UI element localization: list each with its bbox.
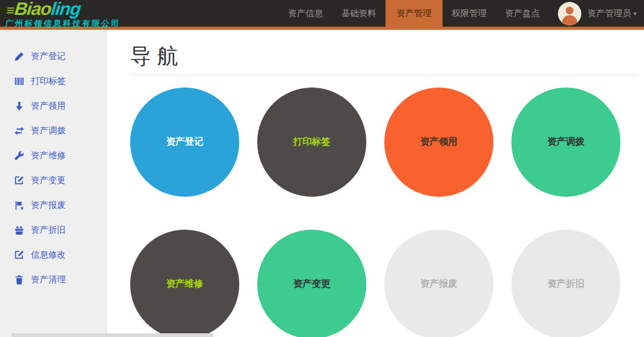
sidebar-item-label: 资产维修 xyxy=(31,150,66,161)
title-divider xyxy=(130,74,638,75)
brand-logo[interactable]: ≡Biaoling 广州标领信息科技有限公司 xyxy=(5,0,123,27)
edit-square-icon xyxy=(14,176,24,186)
nav-circle-asset-repair[interactable]: 资产维修 xyxy=(130,230,239,337)
nav-circle-label: 资产折旧 xyxy=(547,278,584,290)
nav-tab-asset-management[interactable]: 资产管理 xyxy=(386,0,443,30)
nav-circle-label: 资产调拨 xyxy=(547,136,584,148)
nav-tab-permission-management[interactable]: 权限管理 xyxy=(443,0,496,27)
user-menu[interactable]: 资产管理员 ▾ xyxy=(558,2,637,25)
sidebar-item-label: 资产清理 xyxy=(31,274,66,285)
user-avatar xyxy=(558,2,581,25)
gift-icon xyxy=(14,225,24,236)
flag-x-icon xyxy=(14,200,24,211)
nav-circle-print-label[interactable]: 打印标签 xyxy=(257,88,366,197)
pencil-icon xyxy=(14,52,24,62)
sidebar-item-label: 信息修改 xyxy=(31,249,66,261)
nav-circle-label: 资产报废 xyxy=(420,278,457,290)
nav-circle-asset-change[interactable]: 资产变更 xyxy=(257,230,366,337)
nav-circle-grid: 资产登记 打印标签 资产领用 资产调拨 资产维修 资产变更 资产报废 资产折旧 xyxy=(130,88,638,337)
nav-circle-asset-transfer[interactable]: 资产调拨 xyxy=(511,88,620,197)
trash-icon xyxy=(14,275,24,285)
sidebar-item-label: 资产领用 xyxy=(31,101,66,112)
nav-circle-asset-registration[interactable]: 资产登记 xyxy=(130,88,239,197)
sidebar-item-asset-scrap[interactable]: 资产报废 xyxy=(0,193,106,218)
sidebar-item-label: 资产报废 xyxy=(31,200,66,211)
nav-tab-basic-data[interactable]: 基础资料 xyxy=(332,0,386,27)
sidebar-item-label: 打印标签 xyxy=(31,76,66,87)
barcode-icon xyxy=(14,76,24,87)
transfer-arrows-icon xyxy=(14,126,24,137)
nav-tab-asset-inventory[interactable]: 资产盘点 xyxy=(496,0,549,27)
brand-name: ≡Biaoling xyxy=(6,0,123,18)
sidebar-item-asset-transfer[interactable]: 资产调拨 xyxy=(0,119,106,143)
nav-circle-asset-requisition[interactable]: 资产领用 xyxy=(384,88,493,197)
top-nav: 资产信息 基础资料 资产管理 权限管理 资产盘点 xyxy=(279,0,549,27)
nav-circle-label: 打印标签 xyxy=(293,136,330,148)
sidebar-item-print-label[interactable]: 打印标签 xyxy=(0,69,106,94)
company-name: 广州标领信息科技有限公司 xyxy=(5,19,121,27)
wrench-icon xyxy=(14,151,24,161)
horizontal-scrollbar-thumb[interactable] xyxy=(11,333,214,337)
nav-circle-label: 资产领用 xyxy=(420,136,457,148)
sidebar-item-asset-depreciation[interactable]: 资产折旧 xyxy=(0,218,106,243)
nav-circle-label: 资产变更 xyxy=(293,278,330,290)
chevron-down-icon: ▾ xyxy=(633,10,637,17)
nav-circle-label: 资产登记 xyxy=(166,136,203,148)
sidebar-item-asset-requisition[interactable]: 资产领用 xyxy=(0,94,106,119)
sidebar-item-asset-repair[interactable]: 资产维修 xyxy=(0,143,106,168)
page-title: 导 航 xyxy=(130,43,638,69)
sidebar-item-asset-cleanup[interactable]: 资产清理 xyxy=(0,267,106,292)
nav-tab-asset-info[interactable]: 资产信息 xyxy=(279,0,332,27)
sidebar-item-label: 资产调拨 xyxy=(31,125,66,137)
nav-circle-label: 资产维修 xyxy=(166,278,203,290)
sidebar-item-label: 资产登记 xyxy=(31,51,66,62)
user-name: 资产管理员 xyxy=(588,8,631,19)
arrow-down-icon xyxy=(14,101,24,112)
nav-circle-asset-depreciation[interactable]: 资产折旧 xyxy=(511,230,620,337)
main-content: 导 航 资产登记 打印标签 资产领用 资产调拨 资产维修 资产变更 资产报废 资… xyxy=(107,30,644,337)
sidebar-item-label: 资产变更 xyxy=(31,175,66,186)
sidebar-item-label: 资产折旧 xyxy=(31,225,66,236)
sidebar-item-info-modify[interactable]: 信息修改 xyxy=(0,243,106,267)
sidebar-item-asset-registration[interactable]: 资产登记 xyxy=(0,44,106,69)
top-header: ≡Biaoling 广州标领信息科技有限公司 资产信息 基础资料 资产管理 权限… xyxy=(0,0,644,27)
edit-square-icon xyxy=(14,250,24,261)
sidebar-item-asset-change[interactable]: 资产变更 xyxy=(0,168,106,193)
nav-circle-asset-scrap[interactable]: 资产报废 xyxy=(384,230,493,337)
sidebar: 资产登记 打印标签 资产领用 资产调拨 资产维修 资产变更 资产报废 xyxy=(0,30,107,337)
